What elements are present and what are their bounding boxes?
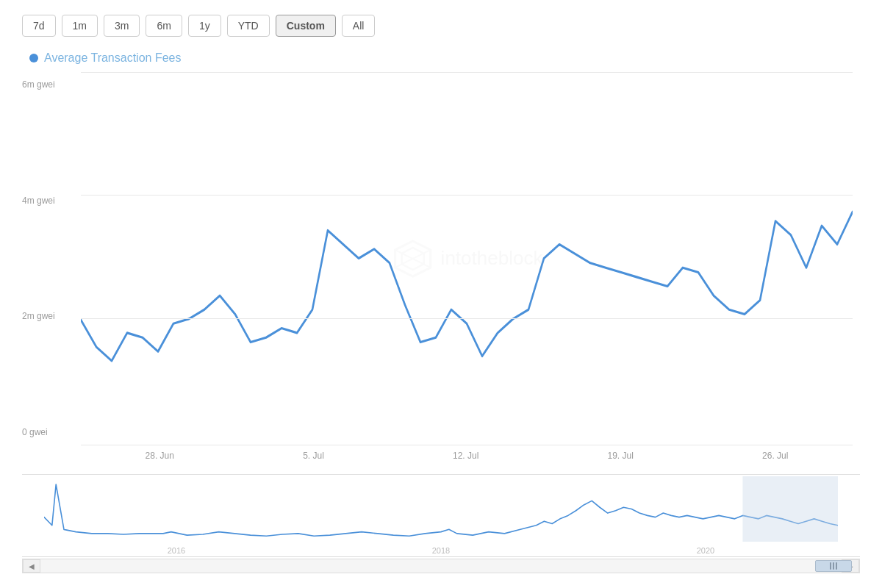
main-chart-svg (81, 72, 853, 445)
y-axis: 6m gwei 4m gwei 2m gwei 0 gwei (22, 72, 55, 445)
mini-x-axis: 2016 2018 2020 (44, 542, 838, 556)
mini-x-label-2018: 2018 (432, 546, 450, 555)
chart-legend: Average Transaction Fees (22, 51, 860, 65)
filter-btn-7d[interactable]: 7d (22, 15, 56, 37)
filter-btn-6m[interactable]: 6m (146, 15, 182, 37)
x-label-0: 28. Jun (146, 451, 174, 461)
x-label-2: 12. Jul (453, 451, 478, 461)
grid-line-mid2 (81, 318, 853, 319)
y-label-4m: 4m gwei (22, 196, 55, 206)
y-label-6m: 6m gwei (22, 79, 55, 90)
main-chart: 6m gwei 4m gwei 2m gwei 0 gwei (22, 72, 860, 475)
chart-inner: intotheblock (81, 72, 853, 445)
filter-btn-1y[interactable]: 1y (188, 15, 221, 37)
x-label-3: 19. Jul (608, 451, 634, 461)
legend-label: Average Transaction Fees (44, 51, 181, 65)
filter-btn-all[interactable]: All (342, 15, 376, 37)
x-label-4: 26. Jul (762, 451, 788, 461)
scroll-thumb-line-1 (830, 562, 831, 570)
chart-area: 6m gwei 4m gwei 2m gwei 0 gwei (22, 72, 860, 573)
svg-rect-6 (742, 476, 838, 542)
time-filter-bar: 7d1m3m6m1yYTDCustomAll (22, 15, 860, 37)
scroll-thumb[interactable] (815, 560, 852, 572)
scroll-thumb-line-2 (833, 562, 834, 570)
mini-chart-section: 2016 2018 2020 (22, 476, 860, 557)
mini-x-label-2020: 2020 (697, 546, 714, 555)
x-label-1: 5. Jul (303, 451, 324, 461)
x-axis: 28. Jun 5. Jul 12. Jul 19. Jul 26. Jul (81, 445, 853, 474)
scrollbar[interactable]: ◀ ▶ (22, 559, 860, 573)
y-label-2m: 2m gwei (22, 311, 55, 321)
scroll-left-button[interactable]: ◀ (23, 559, 40, 573)
y-label-0: 0 gwei (22, 427, 55, 437)
grid-line-top (81, 72, 853, 73)
mini-x-label-2016: 2016 (168, 546, 185, 555)
grid-line-mid1 (81, 195, 853, 196)
scroll-thumb-line-3 (836, 562, 837, 570)
legend-dot (29, 54, 38, 62)
mini-chart-svg (44, 476, 838, 542)
filter-btn-3m[interactable]: 3m (104, 15, 140, 37)
filter-btn-ytd[interactable]: YTD (227, 15, 270, 37)
filter-btn-1m[interactable]: 1m (62, 15, 98, 37)
mini-chart-inner (44, 476, 838, 542)
filter-btn-custom[interactable]: Custom (276, 15, 336, 37)
